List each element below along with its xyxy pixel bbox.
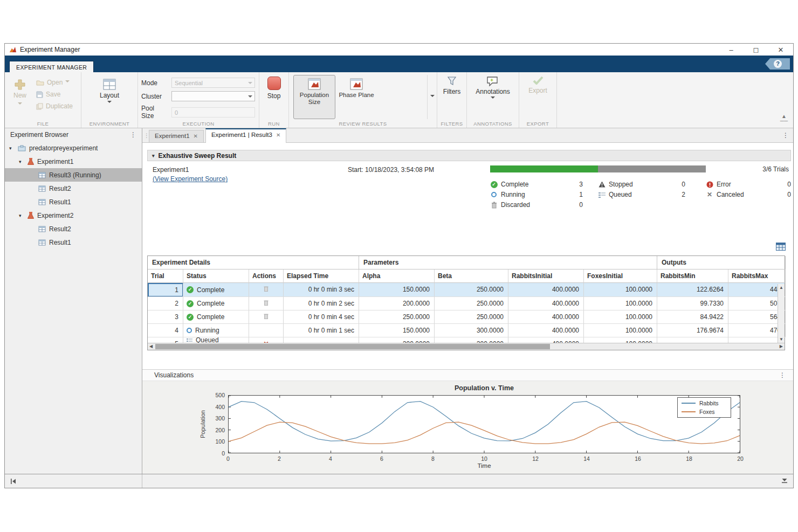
save-button[interactable]: Save [36, 91, 73, 98]
scroll-right-icon[interactable]: ▶ [780, 343, 783, 350]
pool-size-input[interactable]: 0 [171, 107, 255, 118]
cancel-trial-button[interactable]: ✕ [249, 337, 284, 343]
col-trial[interactable]: Trial [148, 270, 183, 283]
chart-legend[interactable]: Rabbits Foxes [677, 397, 731, 418]
browser-menu-button[interactable]: ⋮ [130, 131, 136, 139]
section-label-annotations: ANNOTATIONS [467, 121, 519, 127]
discard-trial-button[interactable] [264, 286, 269, 292]
tree-item-experiment2[interactable]: ▾ Experiment2 [5, 209, 142, 222]
duplicate-button[interactable]: Duplicate [36, 102, 73, 110]
elapsed-cell [284, 337, 359, 343]
foxes-initial-cell: 100.0000 [584, 283, 657, 297]
table-row[interactable]: 3 ✓Complete 0 hr 0 min 4 sec 250.0000 25… [148, 310, 785, 324]
tab-experiment-manager[interactable]: EXPERIMENT MANAGER [9, 61, 94, 72]
table-view-button[interactable] [776, 243, 786, 252]
annotations-caret-icon [491, 96, 495, 101]
collapse-section-icon[interactable]: ▾ [152, 153, 155, 158]
tree-item-exp2-result2[interactable]: Result2 [5, 222, 142, 236]
col-foxes-initial[interactable]: FoxesInitial [584, 270, 657, 283]
collapse-arrow-icon[interactable]: ▾ [9, 146, 15, 151]
sweep-result-header[interactable]: ▾ Exhaustive Sweep Result [147, 150, 791, 161]
stop-button[interactable] [267, 77, 281, 90]
tree-item-project[interactable]: ▾ predatorpreyexperiment [5, 141, 142, 155]
plot-area[interactable] [228, 395, 740, 453]
vertical-scrollbar[interactable]: ▲ ▼ [778, 284, 785, 343]
doc-tab-experiment1-result3[interactable]: Experiment1 | Result3 ✕ [205, 128, 286, 143]
filters-label: Filters [443, 88, 461, 95]
scroll-left-icon[interactable]: ◀ [149, 343, 153, 350]
status-count: 0 [772, 181, 791, 188]
status-label: Running [501, 191, 563, 198]
mode-select[interactable]: Sequential [171, 78, 255, 88]
col-rabbits-initial[interactable]: RabbitsInitial [508, 270, 584, 283]
tree-item-result3-running[interactable]: Result3 (Running) [5, 168, 142, 182]
rabbits-initial-cell: 400.0000 [508, 324, 584, 337]
foxes-initial-cell: 100.0000 [584, 337, 657, 343]
col-rabbits-max[interactable]: RabbitsMax [728, 270, 786, 283]
discard-trial-button[interactable] [264, 313, 269, 319]
tree-item-result2[interactable]: Result2 [5, 182, 142, 195]
tab-close-icon[interactable]: ✕ [194, 133, 198, 139]
collapse-panel-down-icon[interactable] [781, 478, 788, 483]
queued-icon [187, 338, 192, 343]
tabstrip-menu-button[interactable]: ⋮ [782, 132, 789, 139]
col-alpha[interactable]: Alpha [359, 270, 435, 283]
status-bar [5, 474, 793, 488]
mode-label: Mode [141, 79, 168, 87]
table-row[interactable]: 4 Running 0 hr 0 min 1 sec 150.0000 300.… [148, 324, 785, 337]
discard-trial-button[interactable] [264, 300, 269, 306]
population-size-button[interactable]: Population Size [293, 75, 335, 119]
cluster-label: Cluster [141, 93, 168, 100]
tree-item-exp2-result1[interactable]: Result1 [5, 236, 142, 249]
tree-item-label: predatorpreyexperiment [29, 144, 98, 152]
col-rabbits-min[interactable]: RabbitsMin [657, 270, 728, 283]
canceled-icon: ✕ [707, 191, 712, 198]
col-beta[interactable]: Beta [435, 270, 508, 283]
col-actions[interactable]: Actions [249, 270, 284, 283]
annotations-button[interactable]: Annotations [476, 76, 510, 101]
collapse-arrow-icon[interactable]: ▾ [19, 159, 24, 164]
matlab-app-icon [9, 46, 17, 53]
table-row[interactable]: 1 ✓Complete 0 hr 0 min 3 sec 150.0000 25… [148, 283, 785, 297]
collapse-panel-left-icon[interactable] [10, 479, 17, 484]
trial-cell[interactable]: 2 [148, 297, 183, 310]
rabbits-initial-cell: 400.0000 [508, 310, 584, 324]
horizontal-scrollbar[interactable]: ◀ ▶ [148, 343, 785, 350]
group-parameters: Parameters [359, 256, 657, 270]
table-row[interactable]: 2 ✓Complete 0 hr 0 min 2 sec 200.0000 25… [148, 297, 785, 310]
tree-item-experiment1[interactable]: ▾ Experiment1 [5, 155, 142, 168]
table-view-icon [776, 243, 786, 251]
horizontal-scroll-thumb[interactable] [155, 344, 550, 349]
col-status[interactable]: Status [183, 270, 249, 283]
filters-button[interactable]: Filters [443, 76, 461, 95]
trial-cell[interactable]: 5 [148, 337, 183, 343]
tree-item-result1[interactable]: Result1 [5, 195, 142, 209]
view-experiment-source-link[interactable]: (View Experiment Source) [153, 175, 228, 183]
collapse-arrow-icon[interactable]: ▾ [19, 213, 24, 218]
scroll-down-icon[interactable]: ▼ [779, 337, 783, 342]
open-caret-icon [65, 80, 70, 85]
tab-close-icon[interactable]: ✕ [276, 132, 280, 138]
layout-button[interactable]: Layout [85, 75, 134, 105]
trial-cell[interactable]: 3 [148, 310, 183, 324]
trial-cell[interactable]: 1 [148, 283, 183, 297]
help-button[interactable]: ? [765, 58, 790, 70]
trial-cell[interactable]: 4 [148, 324, 183, 337]
col-elapsed-time[interactable]: Elapsed Time [284, 270, 359, 283]
close-button[interactable]: ✕ [768, 46, 793, 54]
export-button[interactable]: Export [528, 76, 547, 94]
scroll-up-icon[interactable]: ▲ [779, 285, 783, 290]
cluster-select[interactable] [171, 91, 255, 101]
doc-tab-experiment1[interactable]: Experiment1 ✕ [149, 130, 204, 142]
rabbits-min-cell: 99.7330 [657, 297, 728, 310]
phase-plane-button[interactable]: Phase Plane [335, 75, 377, 119]
open-button[interactable]: Open [36, 79, 73, 86]
visualizations-menu-button[interactable]: ⋮ [779, 371, 786, 379]
gallery-dropdown-button[interactable] [427, 75, 437, 119]
maximize-button[interactable]: ◻ [744, 46, 768, 54]
result-table-icon [38, 239, 46, 246]
minimize-button[interactable]: – [719, 46, 744, 54]
table-row-partial[interactable]: 5 Queued ✕ 300.0000 300.0000 400.0000 10… [148, 337, 785, 343]
new-button[interactable]: New [8, 75, 32, 119]
collapse-ribbon-button[interactable]: ▲── [780, 114, 788, 123]
